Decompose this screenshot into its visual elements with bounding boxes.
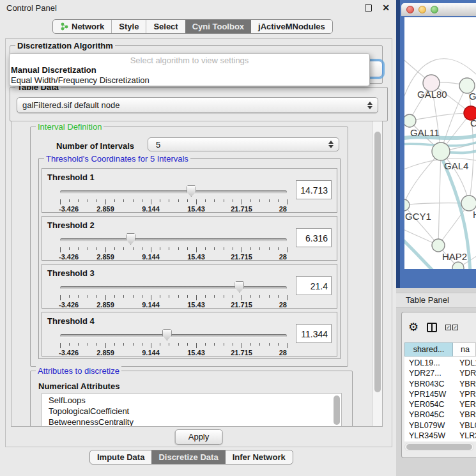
- tick-mark: [69, 199, 70, 202]
- apply-button[interactable]: Apply: [175, 429, 223, 445]
- algorithm-option-manual-discretization[interactable]: Manual Discretization: [10, 65, 369, 75]
- attribute-item-selfloops[interactable]: SelfLoops: [49, 395, 341, 406]
- control-panel-titlebar: Control Panel ✕: [0, 0, 396, 16]
- network-node-hap2[interactable]: [432, 239, 445, 252]
- close-icon[interactable]: ✕: [382, 4, 390, 12]
- network-window-titlebar: [401, 3, 476, 16]
- spinner-stepper-icon: [328, 141, 334, 148]
- tick-label-15-43: 15.43: [187, 205, 205, 213]
- tab-network[interactable]: Network: [53, 20, 111, 33]
- table-row[interactable]: YLR345WYLR3: [404, 431, 476, 441]
- slider-thumb[interactable]: [126, 233, 135, 245]
- cell-shared-name: YBL079W: [404, 421, 453, 431]
- network-node[interactable]: [452, 262, 464, 269]
- tab-cyni-toolbox[interactable]: Cyni Toolbox: [185, 20, 251, 33]
- tab-select[interactable]: Select: [146, 20, 185, 33]
- check-all-icon[interactable]: ✓: [445, 325, 451, 330]
- tick-label-28: 28: [279, 301, 287, 309]
- tab-discretize-data[interactable]: Discretize Data: [151, 450, 225, 464]
- attribute-item-topologicalcoefficient[interactable]: TopologicalCoefficient: [49, 406, 341, 417]
- threshold-4-value-field[interactable]: 11.344: [296, 324, 332, 343]
- tick-mark: [96, 295, 97, 298]
- network-edge[interactable]: [438, 151, 441, 245]
- table-row[interactable]: YER054CYER0: [404, 400, 476, 410]
- interval-definition-group: Interval Definition Number of Intervals …: [30, 127, 348, 367]
- slider-track[interactable]: [60, 334, 287, 337]
- network-canvas[interactable]: GAL80GCGAL11GAL4GCY1HHAP2: [404, 17, 476, 269]
- slider-thumb[interactable]: [187, 185, 196, 197]
- network-edge[interactable]: [404, 151, 441, 205]
- table-row[interactable]: YDR27...YDR2: [404, 369, 476, 379]
- tab-style[interactable]: Style: [111, 20, 146, 33]
- tick-mark: [123, 343, 124, 346]
- table-row[interactable]: YDL19...YDL1: [404, 358, 476, 369]
- select-columns-icons: ✓ ✓: [445, 325, 458, 330]
- float-window-icon[interactable]: [365, 4, 372, 12]
- tick-mark: [60, 295, 61, 300]
- table-row[interactable]: YBL079WYBL0: [404, 421, 476, 431]
- vertical-scrollbar-thumb[interactable]: [374, 132, 381, 392]
- table-row[interactable]: YPR145WYPR1: [404, 390, 476, 400]
- slider-thumb[interactable]: [162, 329, 172, 341]
- close-traffic-light-icon[interactable]: [406, 6, 414, 13]
- tab-infer-network[interactable]: Infer Network: [226, 450, 293, 464]
- table-panel-titlebar: Table Panel: [396, 293, 476, 308]
- column-header-name[interactable]: na: [453, 342, 476, 357]
- network-node-gal4[interactable]: [432, 142, 450, 160]
- tick-mark: [250, 199, 251, 202]
- network-node-gal11[interactable]: [404, 114, 416, 127]
- node-label-gcy1: GCY1: [405, 211, 431, 222]
- algorithm-option-equal-width-frequency-discretization[interactable]: Equal Width/Frequency Discretization: [10, 75, 369, 86]
- slider-track[interactable]: [60, 190, 287, 194]
- threshold-2-value-field[interactable]: 6.316: [296, 228, 332, 247]
- tick-label-3-426: -3.426: [59, 301, 79, 309]
- node-label-hap2: HAP2: [442, 251, 467, 262]
- tick-label-28: 28: [279, 349, 287, 357]
- slider-thumb[interactable]: [234, 281, 244, 293]
- column-header-shared-name[interactable]: shared...: [404, 342, 453, 357]
- column-layout-icon[interactable]: [427, 323, 437, 332]
- tick-mark: [142, 247, 142, 250]
- settings-gear-icon[interactable]: ⚙: [408, 321, 418, 333]
- tick-mark: [259, 343, 260, 346]
- attributes-group-label: Attributes to discretize: [36, 366, 121, 376]
- network-edge[interactable]: [410, 113, 471, 121]
- tab-jactivemnodules[interactable]: jActiveMNodules: [251, 20, 332, 33]
- tick-label-2-859: 2.859: [96, 253, 114, 261]
- network-node-gcy1[interactable]: [404, 199, 410, 211]
- slider-track[interactable]: [60, 238, 287, 242]
- tick-mark: [250, 295, 251, 298]
- attribute-item-betweennesscentrality[interactable]: BetweennessCentrality: [49, 417, 341, 427]
- attributes-list-scrollbar[interactable]: [334, 395, 340, 425]
- algorithm-prompt-item[interactable]: Select algorithm to view settings: [10, 54, 369, 65]
- check-all-icon-2[interactable]: ✓: [452, 325, 458, 330]
- network-edge-thick[interactable]: [404, 238, 435, 269]
- attribute-items: SelfLoopsTopologicalCoefficientBetweenne…: [49, 395, 341, 427]
- tab-impute-data[interactable]: Impute Data: [90, 450, 151, 464]
- table-data-combo[interactable]: galFiltered.sif default node: [17, 97, 378, 113]
- vertical-scrollbar[interactable]: [372, 121, 382, 426]
- numerical-attributes-list[interactable]: SelfLoopsTopologicalCoefficientBetweenne…: [42, 393, 342, 427]
- network-graph-icon: [60, 22, 68, 31]
- tick-mark: [151, 199, 151, 204]
- cell-shared-name: YDR27...: [404, 369, 453, 379]
- table-horizontal-scrollbar[interactable]: [404, 443, 474, 451]
- tick-label-3-426: -3.426: [59, 205, 79, 213]
- table-row[interactable]: YBR043CYBR0: [404, 380, 476, 390]
- tick-mark: [69, 343, 70, 346]
- threshold-1-value-field[interactable]: 14.713: [296, 180, 332, 199]
- table-row[interactable]: YBR045CYBR0: [404, 410, 476, 420]
- tick-mark: [105, 295, 106, 300]
- thresholds-coordinates-group: Threshold's Coordinates for 5 Intervals …: [38, 158, 341, 359]
- number-of-intervals-spinner[interactable]: 5: [148, 137, 339, 151]
- tick-mark: [169, 199, 169, 202]
- threshold-3-panel: Threshold 3-3.4262.8599.14415.4321.71528…: [42, 264, 337, 309]
- cell-name: YPR1: [453, 390, 476, 400]
- zoom-traffic-light-icon[interactable]: [431, 6, 438, 13]
- slider-ticks: [60, 247, 287, 252]
- minimize-traffic-light-icon[interactable]: [418, 6, 426, 13]
- tick-mark: [196, 199, 197, 204]
- threshold-3-value-field[interactable]: 21.4: [296, 276, 332, 295]
- slider-track[interactable]: [60, 286, 287, 289]
- table-hscrollbar-thumb[interactable]: [406, 444, 472, 450]
